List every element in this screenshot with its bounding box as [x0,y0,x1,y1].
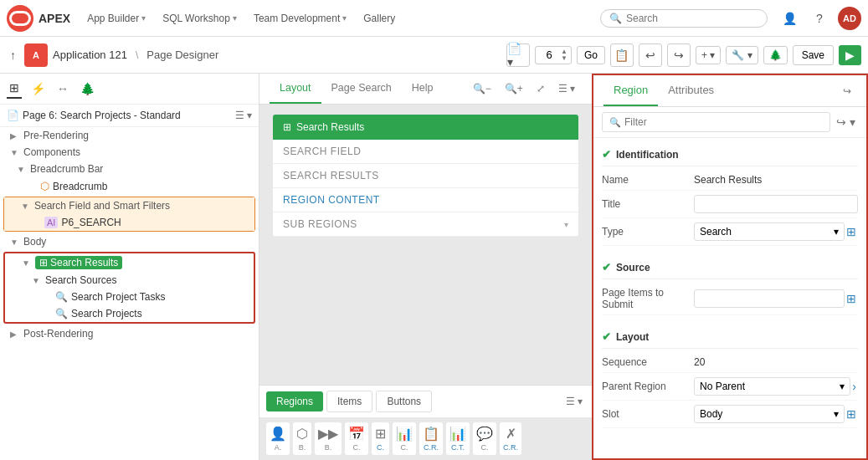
page-stepper[interactable]: ▲ ▼ [561,49,568,62]
parent-region-select[interactable]: No Parent ▾ [694,377,850,396]
pre-rendering-expand: ▶ [10,131,20,141]
bottom-panel: Regions Items Buttons ☰ ▾ 👤 A. ⬡ B. ▶▶ B [259,385,592,460]
bottom-menu-icon[interactable]: ☰ ▾ [563,393,585,410]
tab-page-search[interactable]: Page Search [321,74,402,104]
tab-regions[interactable]: Regions [266,391,323,411]
shared-components-button[interactable]: 🌲 [763,46,788,64]
tree-item-components[interactable]: ▼ Components [0,144,259,161]
region-header: ⊞ Search Results [273,115,578,140]
tab-items[interactable]: Items [326,391,372,412]
title-input[interactable] [694,195,858,213]
canvas-zoom-out-icon[interactable]: 🔍− [466,76,498,101]
help-icon[interactable]: ? [808,7,831,30]
tab-attributes[interactable]: Attributes [658,75,724,106]
palette-item-5[interactable]: ⊞ C. [372,422,389,455]
section-identification: ✔ Identification Name Search Results Tit… [593,138,866,251]
tree-item-body-group: ▼ ⊞ Search Results ▼ Search Sources 🔍 Se… [3,252,255,324]
apex-logo[interactable]: APEX [7,5,70,32]
rendering-tab-icon[interactable]: ⊞ [7,79,22,99]
component-tree: ▶ Pre-Rendering ▼ Components ▼ Breadcrum… [0,127,259,460]
tree-item-search-field[interactable]: ▼ Search Field and Smart Filters [4,197,254,214]
tab-region[interactable]: Region [603,75,658,106]
processing-tab-icon[interactable]: ↔ [54,79,71,98]
type-select[interactable]: Search ▾ [694,222,845,241]
page-icon-btn[interactable]: 📄 ▾ [506,43,530,67]
tree-item-pre-rendering[interactable]: ▶ Pre-Rendering [0,127,259,144]
search-projects-icon: 🔍 [55,308,68,319]
section-layout: ✔ Layout Sequence 20 Parent Region No Pa… [593,320,866,433]
global-search[interactable]: 🔍 [600,9,768,28]
nav-sql-workshop[interactable]: SQL Workshop ▾ [156,9,244,28]
filter-input[interactable] [624,116,823,128]
page-items-input[interactable] [694,289,845,308]
region-row-search-results[interactable]: SEARCH RESULTS [273,164,578,188]
palette-item-10[interactable]: ✗ C.R. [500,422,521,455]
add-button[interactable]: + ▾ [696,46,721,64]
page-down-arrow[interactable]: ▼ [561,55,568,62]
back-arrow[interactable]: ↑ [7,45,19,65]
tree-item-p6-search[interactable]: AI P6_SEARCH [4,214,254,231]
save-button[interactable]: Save [793,45,834,65]
palette-item-8[interactable]: 📊 C.T. [446,422,470,455]
region-row-region-content[interactable]: REGION CONTENT [273,188,578,212]
slot-select[interactable]: Body ▾ [694,405,845,423]
layout-check-icon: ✔ [602,330,611,343]
tab-layout[interactable]: Layout [270,74,321,104]
identification-check-icon: ✔ [602,148,611,161]
canvas-zoom-in-icon[interactable]: 🔍+ [498,76,530,101]
components-expand: ▼ [10,148,20,157]
global-search-input[interactable] [626,13,758,24]
tree-item-search-results[interactable]: ▼ ⊞ Search Results [5,253,254,272]
layout-header: ✔ Layout [602,325,858,349]
type-list-icon[interactable]: ⊞ [845,223,858,240]
tree-item-body[interactable]: ▼ Body [0,233,259,250]
tree-item-search-project-tasks[interactable]: 🔍 Search Project Tasks [5,289,254,305]
right-panel-arrow-icon[interactable]: ↪ [838,80,856,102]
top-nav-icons: 👤 ? AD [778,7,861,30]
sub-regions-arrow: ▾ [564,220,569,229]
tree-item-breadcrumb[interactable]: ⬡ Breadcrumb [0,177,259,195]
go-button[interactable]: Go [577,46,605,64]
page-number-input[interactable] [539,49,559,61]
palette-item-6[interactable]: 📊 C. [393,422,416,455]
search-icon: 🔍 [609,13,622,24]
tree-item-search-sources[interactable]: ▼ Search Sources [5,272,254,289]
nav-app-builder[interactable]: App Builder ▾ [80,9,152,28]
apex-logo-text: APEX [39,12,70,25]
shared-components-tab-icon[interactable]: 🌲 [78,79,97,98]
canvas-expand-icon[interactable]: ⤢ [530,76,552,101]
redo-icon[interactable]: ↪ [667,43,691,67]
canvas-menu-icon[interactable]: ☰ ▾ [552,76,582,101]
utilities-button[interactable]: 🔧 ▾ [726,46,758,64]
palette-item-9[interactable]: 💬 C. [473,422,496,455]
page-selector[interactable]: ▲ ▼ [535,46,572,64]
undo-icon[interactable]: ↩ [639,43,662,67]
palette-item-4[interactable]: 📅 C. [345,422,368,455]
filter-options-icon[interactable]: ↪ ▾ [834,113,858,131]
dynamic-actions-tab-icon[interactable]: ⚡ [28,79,48,98]
palette-item-1[interactable]: 👤 A. [266,422,290,455]
palette-icon-9: 💬 [476,426,493,442]
notifications-icon[interactable]: 👤 [778,7,801,30]
nav-gallery[interactable]: Gallery [357,9,402,28]
palette-item-2[interactable]: ⬡ B. [293,422,311,455]
parent-region-arrow[interactable]: › [850,378,858,395]
nav-team-development[interactable]: Team Development ▾ [247,9,353,28]
page-label-menu[interactable]: ☰ ▾ [235,110,252,121]
tab-help[interactable]: Help [402,74,444,104]
tree-item-search-projects[interactable]: 🔍 Search Projects [5,305,254,322]
region-row-sub-regions[interactable]: SUB REGIONS ▾ [273,212,578,237]
page-items-list-icon[interactable]: ⊞ [845,290,858,307]
tab-buttons[interactable]: Buttons [376,391,432,412]
region-row-search-field[interactable]: SEARCH FIELD [273,140,578,164]
slot-list-icon[interactable]: ⊞ [845,406,858,422]
user-avatar[interactable]: AD [838,7,861,30]
run-button[interactable]: ▶ [839,45,861,65]
palette-item-3[interactable]: ▶▶ B. [315,422,342,455]
tree-item-post-rendering[interactable]: ▶ Post-Rendering [0,325,259,342]
prop-type: Type Search ▾ ⊞ [602,218,858,246]
copy-icon[interactable]: 📋 [610,43,634,67]
filter-input-container[interactable]: 🔍 [602,112,830,132]
tree-item-breadcrumb-bar[interactable]: ▼ Breadcrumb Bar [0,161,259,177]
palette-item-7[interactable]: 📋 C.R. [419,422,443,455]
